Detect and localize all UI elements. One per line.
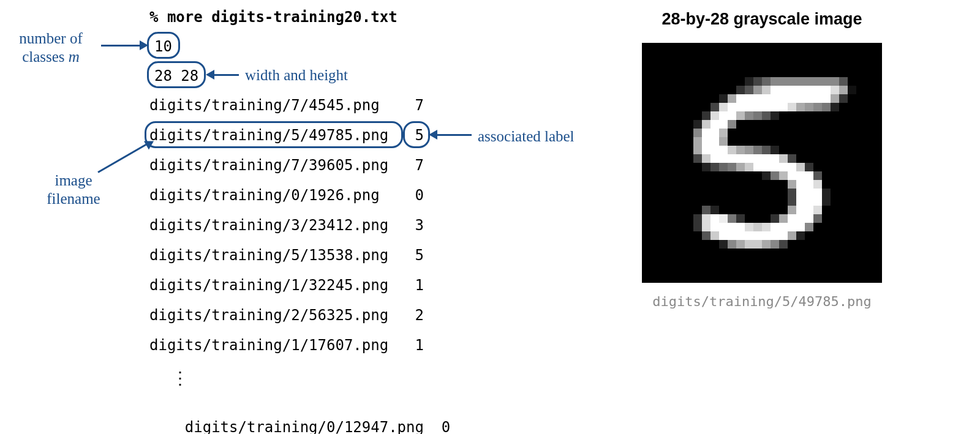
annot-classes-var: m bbox=[69, 48, 80, 65]
label-ring bbox=[403, 121, 430, 148]
file-row: digits/training/0/1926.png 0 bbox=[149, 188, 424, 203]
file-row: digits/training/1/32245.png 1 bbox=[149, 278, 424, 293]
file-row-label: 2 bbox=[415, 307, 424, 324]
file-row-filename: digits/training/3/23412.png bbox=[149, 217, 388, 234]
annot-filename-l1: image bbox=[55, 172, 92, 189]
file-row-label: 7 bbox=[415, 157, 424, 174]
file-row-filename: digits/training/5/13538.png bbox=[149, 247, 388, 264]
file-row-label: 0 bbox=[415, 187, 423, 204]
last-row-file: digits/training/0/12947.png bbox=[185, 419, 424, 434]
annot-label: associated label bbox=[478, 127, 575, 146]
file-row-label: 5 bbox=[415, 247, 424, 264]
file-row: digits/training/3/23412.png 3 bbox=[149, 218, 424, 233]
annot-dims: width and height bbox=[245, 66, 348, 84]
annot-classes: number of classes m bbox=[5, 29, 97, 66]
last-row-label: 0 bbox=[442, 419, 450, 434]
annot-classes-line1: number of bbox=[19, 30, 82, 47]
arrow-label-head bbox=[429, 130, 437, 140]
file-row-filename: digits/training/0/1926.png bbox=[149, 187, 380, 204]
dims-ring bbox=[147, 61, 206, 88]
arrow-classes-line bbox=[101, 45, 140, 47]
classes-ring bbox=[147, 32, 180, 59]
file-row: digits/training/7/4545.png 7 bbox=[149, 98, 424, 113]
file-row-filename: digits/training/1/32245.png bbox=[149, 277, 388, 294]
arrow-classes-head bbox=[140, 40, 148, 50]
file-row-filename: digits/training/2/56325.png bbox=[149, 307, 388, 324]
annot-filename: image filename bbox=[31, 171, 116, 208]
arrow-dims-line bbox=[214, 74, 239, 76]
command-line: % more digits-training20.txt bbox=[149, 10, 398, 24]
annot-classes-line2a: classes bbox=[22, 48, 69, 65]
file-row: digits/training/7/39605.png 7 bbox=[149, 158, 424, 173]
file-row-filename: digits/training/7/39605.png bbox=[149, 157, 388, 174]
image-caption: digits/training/5/49785.png bbox=[642, 294, 882, 309]
last-row: digits/training/0/12947.png 0 bbox=[149, 405, 450, 434]
file-row: digits/training/5/13538.png 5 bbox=[149, 248, 424, 263]
filename-ring bbox=[145, 121, 403, 148]
file-row-filename: digits/training/7/4545.png bbox=[149, 97, 380, 114]
file-row: digits/training/2/56325.png 2 bbox=[149, 308, 424, 323]
file-row-label: 3 bbox=[415, 217, 424, 234]
arrow-filename-line bbox=[97, 143, 149, 173]
file-row-filename: digits/training/1/17607.png bbox=[149, 337, 388, 354]
file-row-label: 7 bbox=[415, 97, 423, 114]
file-row: digits/training/1/17607.png 1 bbox=[149, 338, 424, 353]
arrow-dims-head bbox=[206, 70, 214, 80]
image-title: 28-by-28 grayscale image bbox=[642, 10, 882, 29]
digit-image bbox=[642, 43, 882, 283]
file-row-label: 1 bbox=[415, 277, 424, 294]
file-row-label: 1 bbox=[415, 337, 424, 354]
arrow-label-line bbox=[437, 134, 472, 136]
ellipsis: ⋮ bbox=[172, 370, 189, 387]
annot-filename-l2: filename bbox=[47, 190, 100, 207]
